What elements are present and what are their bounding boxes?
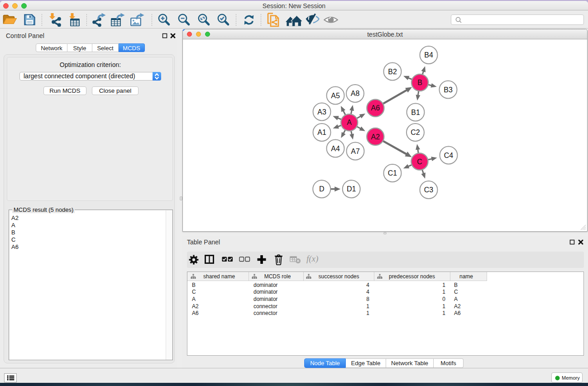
svg-text:A6: A6 [371,104,380,112]
svg-text:C1: C1 [388,169,397,177]
svg-text:B: B [417,79,422,86]
svg-text:A7: A7 [351,148,360,155]
svg-text:C4: C4 [444,152,454,159]
svg-text:A5: A5 [331,92,340,100]
svg-text:A4: A4 [331,145,340,152]
svg-text:A1: A1 [317,129,326,136]
svg-text:B4: B4 [424,51,433,59]
svg-text:D1: D1 [347,185,356,193]
svg-text:B1: B1 [411,109,420,116]
svg-text:B3: B3 [444,86,453,94]
svg-text:D: D [319,185,325,193]
svg-text:A8: A8 [351,90,360,97]
svg-text:A3: A3 [317,108,326,116]
svg-text:C3: C3 [424,186,434,194]
svg-text:B2: B2 [388,68,397,76]
svg-text:C: C [417,158,422,166]
svg-text:A: A [347,119,352,126]
svg-text:C2: C2 [411,129,420,136]
svg-text:A2: A2 [371,133,380,141]
